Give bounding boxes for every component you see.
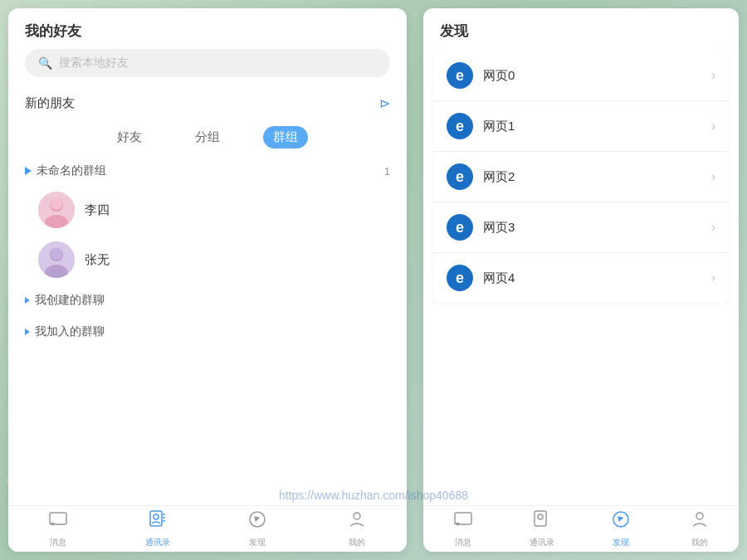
contact-lisi[interactable]: 李四 bbox=[22, 185, 393, 235]
group-joined-label: 我加入的群聊 bbox=[35, 324, 105, 339]
web-icon-2: e bbox=[447, 163, 473, 190]
discover-icon-left bbox=[247, 509, 267, 534]
web-icon-0: e bbox=[447, 62, 473, 89]
web-item-1[interactable]: e 网页1 › bbox=[433, 101, 729, 152]
tab-friends[interactable]: 好友 bbox=[107, 126, 152, 149]
e-icon-0: e bbox=[456, 67, 464, 85]
contact-zhangwu-name: 张无 bbox=[85, 252, 110, 268]
group-triangle-icon bbox=[25, 167, 32, 175]
search-bar[interactable]: 🔍 搜索本地好友 bbox=[25, 49, 390, 77]
profile-icon-left bbox=[347, 509, 367, 534]
nav-contacts-label-right: 通讯录 bbox=[530, 537, 554, 548]
group-joined[interactable]: 我加入的群聊 bbox=[8, 316, 407, 348]
left-panel-title: 我的好友 bbox=[8, 8, 407, 49]
new-friends-section[interactable]: 新的朋友 ⊳ bbox=[8, 85, 407, 118]
watermark: https://www.huzhan.com/ishop40688 bbox=[279, 489, 468, 502]
chevron-icon-1: › bbox=[711, 119, 715, 134]
left-panel: 我的好友 🔍 搜索本地好友 新的朋友 ⊳ 好友 分组 群组 未命名的群组 bbox=[8, 8, 407, 552]
web-icon-1: e bbox=[447, 113, 473, 139]
svg-point-28 bbox=[154, 514, 159, 519]
message-icon bbox=[48, 509, 68, 534]
chevron-icon-0: › bbox=[711, 68, 715, 83]
discover-title: 发现 bbox=[423, 8, 739, 51]
web-list: e 网页0 › e 网页1 › e 网页2 › bbox=[433, 51, 729, 303]
profile-icon-right bbox=[690, 509, 710, 534]
avatar-lisi bbox=[38, 192, 75, 228]
svg-point-36 bbox=[538, 514, 543, 519]
search-placeholder: 搜索本地好友 bbox=[59, 56, 129, 71]
web-icon-3: e bbox=[447, 214, 473, 241]
contacts-icon-right bbox=[532, 509, 552, 534]
svg-rect-27 bbox=[150, 511, 162, 526]
group-unnamed-count: 1 bbox=[384, 165, 390, 178]
chevron-icon-2: › bbox=[711, 169, 715, 184]
nav-message-label-right: 消息 bbox=[455, 537, 471, 548]
right-panel-content: 发现 e 网页0 › e 网页1 › bbox=[423, 8, 739, 505]
nav-contacts-right[interactable]: 通讯录 bbox=[502, 509, 581, 548]
group-unnamed: 未命名的群组 1 李四 bbox=[8, 157, 407, 285]
left-panel-content: 我的好友 🔍 搜索本地好友 新的朋友 ⊳ 好友 分组 群组 未命名的群组 bbox=[8, 8, 407, 505]
panels-container: 我的好友 🔍 搜索本地好友 新的朋友 ⊳ 好友 分组 群组 未命名的群组 bbox=[8, 8, 739, 552]
group-created-triangle-icon bbox=[25, 297, 30, 304]
nav-profile-label-left: 我的 bbox=[349, 537, 365, 548]
search-icon: 🔍 bbox=[38, 56, 52, 70]
e-icon-1: e bbox=[456, 118, 464, 135]
web-name-0: 网页0 bbox=[483, 68, 701, 84]
group-unnamed-header[interactable]: 未命名的群组 1 bbox=[22, 157, 393, 185]
web-icon-4: e bbox=[447, 265, 473, 291]
group-created[interactable]: 我创建的群聊 bbox=[8, 285, 407, 316]
web-item-4[interactable]: e 网页4 › bbox=[433, 253, 729, 303]
friend-tabs: 好友 分组 群组 bbox=[8, 118, 407, 157]
web-item-3[interactable]: e 网页3 › bbox=[433, 202, 729, 253]
nav-message-label: 消息 bbox=[50, 537, 66, 548]
web-name-2: 网页2 bbox=[483, 169, 701, 185]
nav-discover-label-right: 发现 bbox=[613, 537, 629, 548]
e-icon-2: e bbox=[456, 168, 464, 186]
web-name-1: 网页1 bbox=[483, 119, 701, 134]
right-bottom-nav: 消息 通讯录 发现 bbox=[423, 505, 739, 552]
contact-zhangwu[interactable]: 张无 bbox=[22, 235, 393, 285]
new-friends-arrow-icon[interactable]: ⊳ bbox=[379, 95, 390, 111]
e-icon-3: e bbox=[456, 219, 464, 236]
message-icon-right bbox=[453, 509, 473, 534]
chevron-icon-3: › bbox=[711, 220, 715, 235]
svg-point-38 bbox=[696, 513, 703, 519]
left-bottom-nav: 消息 通讯录 bbox=[8, 505, 407, 552]
web-name-4: 网页4 bbox=[483, 270, 701, 286]
contacts-icon bbox=[148, 509, 168, 534]
svg-rect-34 bbox=[455, 513, 471, 524]
svg-rect-26 bbox=[50, 513, 66, 524]
web-item-2[interactable]: e 网页2 › bbox=[433, 152, 729, 202]
nav-discover-left[interactable]: 发现 bbox=[208, 509, 307, 548]
group-joined-triangle-icon bbox=[25, 329, 30, 335]
right-panel: 发现 e 网页0 › e 网页1 › bbox=[423, 8, 739, 552]
nav-message[interactable]: 消息 bbox=[8, 509, 108, 548]
nav-discover-right[interactable]: 发现 bbox=[581, 509, 660, 548]
tab-group-chat[interactable]: 群组 bbox=[263, 126, 308, 149]
group-unnamed-header-left: 未命名的群组 bbox=[25, 163, 106, 178]
web-name-3: 网页3 bbox=[483, 220, 701, 236]
discover-icon-right bbox=[611, 509, 631, 534]
web-item-0[interactable]: e 网页0 › bbox=[433, 51, 729, 101]
nav-contacts-label: 通讯录 bbox=[145, 537, 170, 548]
nav-discover-label-left: 发现 bbox=[249, 537, 266, 548]
svg-point-21 bbox=[51, 198, 62, 210]
nav-message-right[interactable]: 消息 bbox=[423, 509, 502, 548]
contact-lisi-name: 李四 bbox=[85, 202, 110, 218]
avatar-zhangwu bbox=[38, 241, 75, 278]
nav-profile-label-right: 我的 bbox=[691, 537, 708, 548]
new-friends-label: 新的朋友 bbox=[25, 95, 75, 111]
group-unnamed-label: 未命名的群组 bbox=[37, 163, 106, 178]
e-icon-4: e bbox=[456, 270, 464, 287]
svg-point-33 bbox=[354, 513, 360, 519]
svg-point-25 bbox=[51, 248, 62, 260]
tab-groups-category[interactable]: 分组 bbox=[185, 126, 230, 149]
nav-contacts[interactable]: 通讯录 bbox=[108, 509, 208, 548]
chevron-icon-4: › bbox=[711, 270, 715, 285]
svg-rect-35 bbox=[535, 511, 546, 526]
nav-profile-right[interactable]: 我的 bbox=[660, 509, 739, 548]
nav-profile-left[interactable]: 我的 bbox=[307, 509, 407, 548]
group-created-label: 我创建的群聊 bbox=[35, 293, 105, 308]
